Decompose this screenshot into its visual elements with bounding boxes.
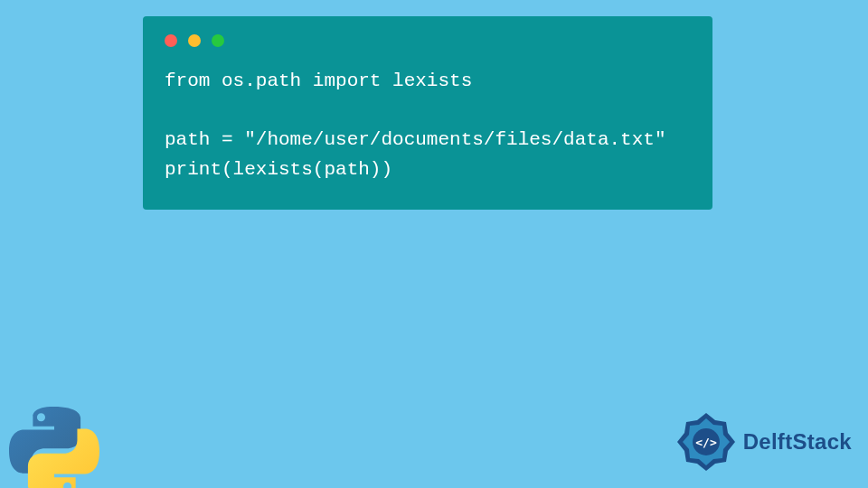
delftstack-badge-icon: </> — [675, 410, 738, 474]
maximize-dot-icon — [212, 34, 224, 47]
close-dot-icon — [165, 34, 177, 47]
code-card: from os.path import lexists path = "/hom… — [143, 16, 712, 210]
window-controls — [165, 34, 691, 47]
python-logo-icon — [9, 407, 99, 488]
delftstack-logo: </> DelftStack — [675, 410, 852, 474]
svg-text:</>: </> — [695, 436, 717, 449]
brand-name: DelftStack — [743, 429, 852, 455]
code-line: from os.path import lexists — [165, 70, 472, 91]
code-line: print(lexists(path)) — [165, 159, 392, 180]
minimize-dot-icon — [188, 34, 201, 47]
code-block: from os.path import lexists path = "/hom… — [165, 67, 691, 184]
code-line: path = "/home/user/documents/files/data.… — [165, 129, 666, 150]
